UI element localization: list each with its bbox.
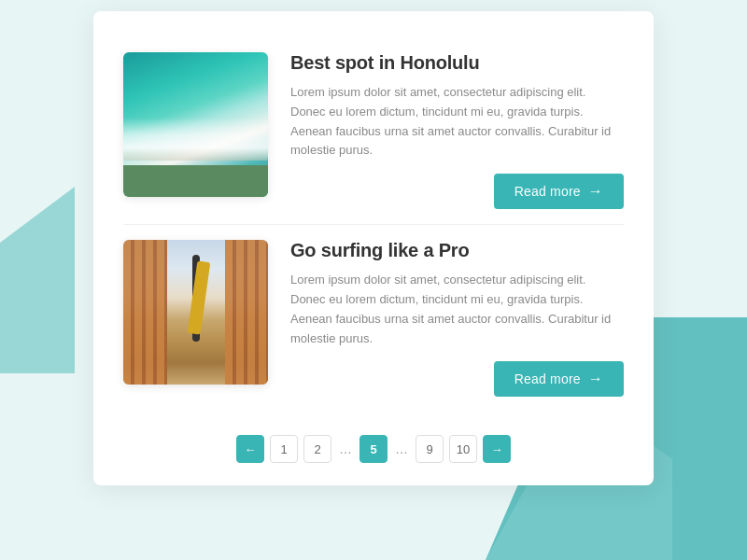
- articles-list: Best spot in Honolulu Lorem ipsum dolor …: [123, 37, 624, 422]
- fence-right: [225, 240, 269, 385]
- honolulu-image-graphic: [123, 52, 268, 197]
- pagination-page-10[interactable]: 10: [449, 435, 477, 463]
- article-body: Lorem ipsum dolor sit amet, consectetur …: [290, 271, 624, 348]
- pagination-dots-2: …: [393, 441, 410, 456]
- surfer-image-graphic: [123, 240, 268, 385]
- read-more-button-surfing[interactable]: Read more →: [494, 361, 624, 397]
- pagination: ← 1 2 … 5 … 9 10 →: [123, 422, 624, 463]
- article-image-surfer: [123, 240, 268, 385]
- arrow-right-icon: →: [588, 183, 603, 200]
- read-more-button-honolulu[interactable]: Read more →: [494, 174, 624, 209]
- pagination-dots-1: …: [337, 441, 354, 456]
- pagination-page-9[interactable]: 9: [416, 435, 444, 463]
- bg-shape-left: [0, 187, 75, 373]
- read-more-label: Read more: [514, 371, 581, 386]
- read-more-label: Read more: [514, 184, 581, 199]
- article-item: Go surfing like a Pro Lorem ipsum dolor …: [123, 225, 624, 412]
- pagination-page-2[interactable]: 2: [303, 435, 331, 463]
- article-content-surfing: Go surfing like a Pro Lorem ipsum dolor …: [290, 240, 624, 397]
- arrow-right-icon: →: [588, 371, 603, 387]
- pagination-prev-button[interactable]: ←: [236, 435, 264, 463]
- article-content-honolulu: Best spot in Honolulu Lorem ipsum dolor …: [290, 52, 624, 209]
- article-title: Go surfing like a Pro: [290, 240, 624, 261]
- article-title: Best spot in Honolulu: [290, 52, 624, 74]
- pagination-page-1[interactable]: 1: [270, 435, 298, 463]
- main-card: Best spot in Honolulu Lorem ipsum dolor …: [93, 11, 654, 485]
- fence-left: [123, 240, 167, 385]
- article-item: Best spot in Honolulu Lorem ipsum dolor …: [123, 37, 624, 225]
- article-image-honolulu: [123, 52, 268, 197]
- pagination-next-button[interactable]: →: [483, 435, 511, 463]
- article-body: Lorem ipsum dolor sit amet, consectetur …: [290, 83, 624, 161]
- pagination-page-5[interactable]: 5: [359, 435, 388, 463]
